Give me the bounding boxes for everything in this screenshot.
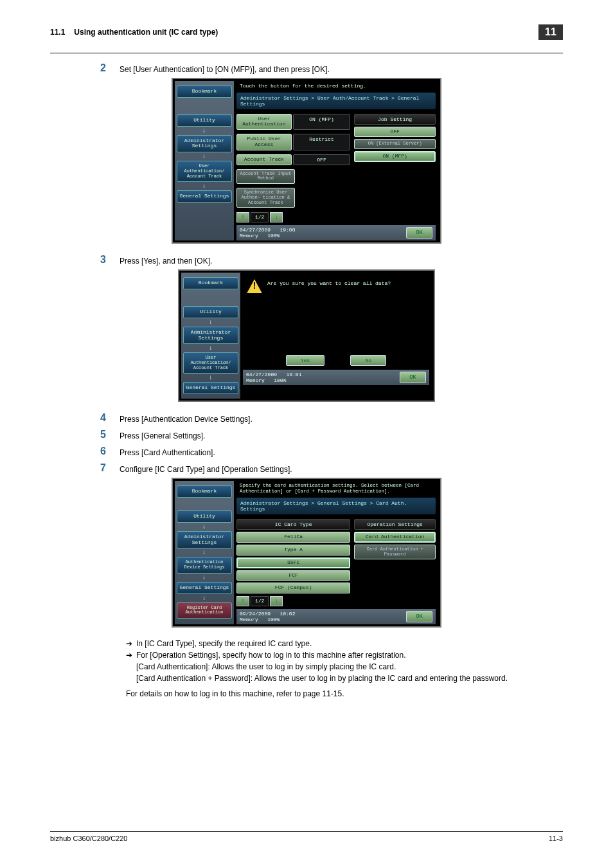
side-admin-settings[interactable]: Administrator Settings [177, 135, 232, 153]
note-sub-2a: [Card Authentication]: Allows the user t… [126, 661, 563, 673]
chevron-down-icon: ↓ [177, 127, 232, 134]
step-text-7: Configure [IC Card Type] and [Operation … [120, 462, 563, 474]
chevron-down-icon: ↓ [183, 374, 238, 381]
value-account-track: OFF [293, 154, 351, 165]
breadcrumb: Administrator Settings > General Setting… [236, 498, 436, 514]
section-number: 11.1 [50, 28, 65, 37]
page-down-button[interactable]: ↓ [270, 596, 283, 606]
side-bookmark[interactable]: Bookmark [177, 86, 232, 98]
setting-account-track[interactable]: Account Track [236, 154, 292, 165]
step-number-2: 2 [100, 62, 120, 74]
footer-time: 19:00 [280, 227, 295, 233]
chevron-down-icon: ↓ [177, 523, 232, 530]
cardtype-typea[interactable]: Type A [236, 545, 350, 556]
page-down-button[interactable]: ↓ [270, 212, 283, 222]
footer-mem-value: 100% [267, 233, 280, 239]
ok-button[interactable]: OK [406, 227, 432, 239]
side-bookmark[interactable]: Bookmark [177, 485, 232, 498]
page-up-button[interactable]: ↑ [236, 596, 249, 606]
step-number-5: 5 [100, 429, 120, 440]
step-text-4: Press [Authentication Device Settings]. [120, 412, 563, 424]
step-text-6: Press [Card Authentication]. [120, 446, 563, 457]
yes-button[interactable]: Yes [286, 355, 324, 366]
step-number-3: 3 [100, 254, 120, 266]
option-on-external[interactable]: ON (External Server) [354, 139, 436, 149]
chevron-down-icon: ↓ [177, 574, 232, 581]
step-number-4: 4 [100, 412, 120, 424]
setting-sync-auth: Synchronize User Authen- tication & Acco… [236, 188, 295, 208]
step-text-2: Set [User Authentication] to [ON (MFP)],… [120, 62, 563, 74]
chevron-down-icon: ↓ [183, 319, 238, 326]
footer-product: bizhub C360/C280/C220 [50, 835, 127, 842]
page-up-button[interactable]: ↑ [236, 212, 249, 222]
footer-date: 09/24/2009 [240, 611, 271, 617]
footer-mem-label: Memory [246, 377, 265, 383]
cardtype-ssfc[interactable]: SSFC [236, 557, 350, 568]
confirm-message: Are you sure you want to clear all data? [267, 279, 391, 286]
note-bullet-2: ➔For [Operation Settings], specify how t… [126, 649, 563, 661]
note-bullet-1: ➔In [IC Card Type], specify the required… [126, 638, 563, 649]
side-general-settings[interactable]: General Settings [177, 190, 232, 203]
chevron-down-icon: ↓ [177, 153, 232, 160]
screen-instruction: Specify the card authentication settings… [236, 481, 436, 496]
side-utility[interactable]: Utility [177, 511, 232, 523]
side-general-settings[interactable]: General Settings [177, 582, 232, 594]
step-text-3: Press [Yes], and then [OK]. [120, 254, 563, 266]
side-register-card[interactable]: Register Card Authentication [177, 602, 232, 619]
cardtype-fcf-campus[interactable]: FCF (Campus) [236, 583, 350, 593]
option-off[interactable]: OFF [354, 127, 436, 138]
header-rule [50, 53, 563, 53]
side-utility[interactable]: Utility [177, 114, 232, 127]
op-card-password[interactable]: Card Authentication + Password [354, 545, 436, 559]
value-public-access: Restrict [293, 134, 351, 150]
screen-instruction: Touch the button for the desired setting… [236, 81, 436, 91]
cardtype-fcf[interactable]: FCF [236, 570, 350, 581]
breadcrumb: Administrator Settings > User Auth/Accou… [236, 93, 436, 109]
section-title: Using authentication unit (IC card type) [74, 28, 538, 37]
footer-mem-label: Memory [240, 617, 258, 622]
setting-user-auth[interactable]: User Authentication [236, 114, 292, 131]
side-user-auth-acct[interactable]: User Authentication/ Account Track [177, 161, 232, 182]
side-general-settings[interactable]: General Settings [183, 382, 238, 394]
chevron-down-icon: ↓ [177, 595, 232, 602]
op-card-auth[interactable]: Card Authentication [354, 532, 436, 543]
footer-date: 04/27/2009 [246, 372, 277, 377]
screenshot-confirm-clear: Bookmark Utility ↓ Administrator Setting… [178, 269, 435, 402]
step-number-7: 7 [100, 462, 120, 474]
value-user-auth: ON (MFP) [293, 114, 351, 131]
note-paragraph: For details on how to log in to this mac… [126, 689, 563, 698]
col-header-op-settings: Operation Settings [354, 519, 436, 530]
col-header-job-setting: Job Setting [354, 114, 436, 125]
footer-mem-value: 100% [267, 617, 280, 622]
step-number-6: 6 [100, 446, 120, 457]
ok-button[interactable]: OK [400, 372, 426, 383]
side-auth-device[interactable]: Authentication Device Settings [177, 557, 232, 573]
note-sub-2b: [Card Authentication + Password]: Allows… [126, 673, 563, 684]
warning-icon: ! [247, 279, 262, 293]
footer-date: 04/27/2009 [240, 227, 271, 233]
chapter-badge: 11 [538, 24, 563, 40]
side-admin-settings[interactable]: Administrator Settings [177, 531, 232, 549]
footer-time: 19:01 [286, 372, 301, 377]
footer-page: 11-3 [549, 835, 563, 842]
no-button[interactable]: No [350, 355, 386, 366]
col-header-card-type: IC Card Type [236, 519, 350, 530]
ok-button[interactable]: OK [406, 611, 432, 622]
side-utility[interactable]: Utility [183, 306, 238, 318]
option-on-mfp[interactable]: ON (MFP) [354, 151, 436, 162]
cardtype-felica[interactable]: FeliCa [236, 532, 350, 543]
footer-mem-label: Memory [240, 233, 258, 239]
side-bookmark[interactable]: Bookmark [183, 277, 238, 289]
page-indicator: 1/2 [251, 212, 269, 222]
chevron-down-icon: ↓ [177, 183, 232, 190]
chevron-down-icon: ↓ [183, 345, 238, 352]
side-admin-settings[interactable]: Administrator Settings [183, 327, 238, 345]
step-text-5: Press [General Settings]. [120, 429, 563, 440]
screenshot-card-auth-settings: Bookmark Utility ↓ Administrator Setting… [172, 478, 441, 628]
footer-mem-value: 100% [274, 377, 286, 383]
setting-acct-input: Account Track Input Method [236, 169, 295, 184]
side-user-auth-acct[interactable]: User Authentication/ Account Track [183, 352, 238, 374]
chevron-down-icon: ↓ [177, 549, 232, 556]
footer-time: 10:02 [280, 611, 295, 617]
setting-public-access[interactable]: Public User Access [236, 134, 292, 150]
